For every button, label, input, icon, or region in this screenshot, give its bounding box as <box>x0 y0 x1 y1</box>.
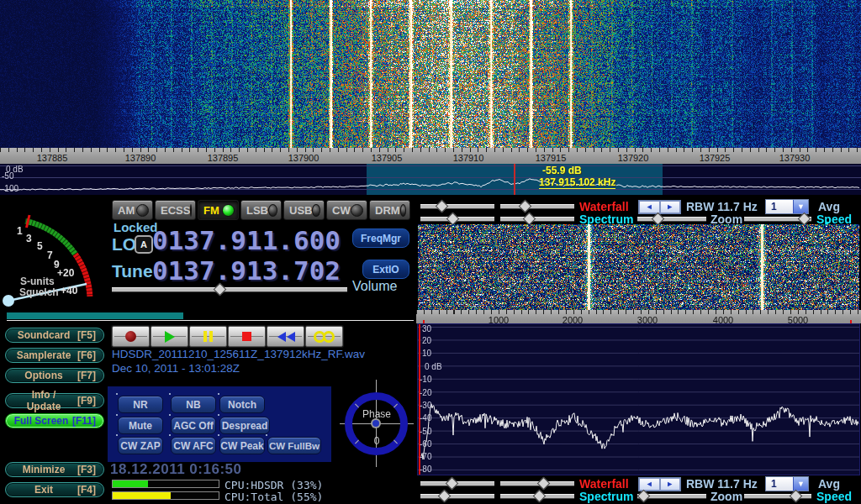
mode-lsb-button[interactable]: LSB <box>240 200 282 220</box>
volume-slider[interactable] <box>112 284 347 295</box>
soundcard-button[interactable]: Soundcard[F5] <box>5 328 104 343</box>
waterfall-lower-level-slider[interactable] <box>500 478 574 489</box>
cursor-frequency-readout: 137.915.102 kHz <box>539 176 615 189</box>
speed-slider[interactable] <box>744 213 811 224</box>
playback-progress[interactable] <box>7 312 414 321</box>
loop-button[interactable] <box>305 326 343 347</box>
wav-file-name: HDSDR_20111210_125611Z_137912kHz_RF.wav <box>112 348 365 360</box>
cw-zap-button[interactable]: CW ZAP <box>118 437 163 454</box>
freq-tick-label: 137930 <box>779 153 811 163</box>
freq-tick-label: 137895 <box>208 153 239 163</box>
notch-button[interactable]: Notch <box>219 396 265 413</box>
af-db-label: -70 <box>420 452 431 461</box>
af-waterfall-display[interactable] <box>418 224 859 310</box>
waterfall-upper-level-slider[interactable] <box>420 201 494 212</box>
lo-auto-badge[interactable]: A <box>135 235 153 254</box>
mode-usb-button[interactable]: USB <box>283 200 325 220</box>
freq-tick-label: 137915 <box>536 153 567 163</box>
spectrum-upper-level-slider[interactable] <box>420 491 494 501</box>
speed-slider[interactable] <box>744 491 811 501</box>
waterfall-scrollbar[interactable]: ◄ ► <box>638 200 681 214</box>
freqmgr-button[interactable]: FreqMgr <box>352 228 409 248</box>
fullscreen-button[interactable]: Full Screen[F11] <box>5 413 104 428</box>
cursor-level-readout: -55.9 dB <box>542 165 582 176</box>
needle-pivot <box>3 295 14 307</box>
cw-peak-button[interactable]: CW Peak <box>219 437 265 454</box>
play-button[interactable] <box>151 326 188 347</box>
mode-cw-button[interactable]: CW <box>326 200 367 220</box>
mode-led <box>268 204 277 217</box>
rf-db-label: -100 <box>2 184 18 193</box>
af-db-label: -50 <box>420 427 431 436</box>
scroll-left-icon[interactable]: ◄ <box>639 478 660 491</box>
avg-dropdown[interactable]: 1 ▼ <box>765 199 809 214</box>
tune-frequency-display[interactable]: 0137.913.702 <box>152 255 341 286</box>
freq-tick-label: 137885 <box>37 153 68 163</box>
s-meter[interactable]: 1 3 5 7 9 +20 +40 S-units Squelch <box>0 212 109 311</box>
freq-tick-label: 137920 <box>618 153 649 163</box>
nr-button[interactable]: NR <box>118 396 163 413</box>
scroll-right-icon[interactable]: ► <box>660 478 681 491</box>
zoom-slider[interactable] <box>637 213 706 224</box>
datetime-display: 18.12.2011 0:16:50 <box>110 461 241 478</box>
playback-progress-fill <box>7 312 183 319</box>
mode-am-button[interactable]: AM <box>112 200 153 220</box>
scroll-left-icon[interactable]: ◄ <box>639 201 660 213</box>
pause-button[interactable] <box>189 326 227 347</box>
spectrum-upper-level-slider[interactable] <box>420 213 494 224</box>
options-button[interactable]: Options[F7] <box>5 368 104 383</box>
phase-indicator: Phase 0 <box>336 378 420 469</box>
speed-label: Speed <box>816 490 852 503</box>
af-db-label: -30 <box>420 401 431 410</box>
af-frequency-ruler[interactable]: 1000 2000 3000 4000 5000 <box>416 310 861 324</box>
volume-slider-thumb[interactable] <box>214 283 227 297</box>
rf-waterfall-display[interactable] <box>0 0 861 148</box>
minimize-button[interactable]: Minimize[F3] <box>5 462 104 477</box>
extio-button[interactable]: ExtIO <box>362 260 409 279</box>
cw-fullbw-button[interactable]: CW FullBw <box>267 437 321 454</box>
mode-ecss-button[interactable]: ECSS <box>155 200 196 220</box>
info-update-button[interactable]: Info / Update[F9] <box>5 393 104 408</box>
tune-cursor-line[interactable] <box>514 164 515 195</box>
samplerate-button[interactable]: Samplerate[F6] <box>5 348 104 363</box>
mode-fm-button[interactable]: FM <box>198 200 239 220</box>
mode-led <box>400 204 406 217</box>
rbw-label: RBW 11.7 Hz <box>686 200 758 213</box>
cw-afc-button[interactable]: CW AFC <box>171 437 216 454</box>
mode-led <box>222 204 235 217</box>
s-meter-scale-label: 5 <box>37 240 43 252</box>
wav-file-date: Dec 10, 2011 - 13:01:28Z <box>112 362 240 375</box>
nb-button[interactable]: NB <box>171 396 216 413</box>
rewind-button[interactable] <box>267 326 304 347</box>
waterfall-upper-level-slider[interactable] <box>420 478 494 489</box>
spectrum-lower-level-slider[interactable] <box>500 213 574 224</box>
despread-button[interactable]: Despread <box>219 417 270 434</box>
locked-label: Locked <box>114 220 158 234</box>
exit-button[interactable]: Exit[F4] <box>5 482 104 497</box>
af-db-label: -80 <box>420 465 431 474</box>
lo-frequency-display[interactable]: 0137.911.600 <box>152 225 341 255</box>
waterfall-scrollbar[interactable]: ◄ ► <box>638 477 681 491</box>
squelch-threshold-mark <box>27 215 30 228</box>
agc-button[interactable]: AGC Off <box>171 417 216 434</box>
zoom-slider[interactable] <box>637 491 706 501</box>
dropdown-arrow-icon[interactable]: ▼ <box>793 200 808 213</box>
waterfall-lower-level-slider[interactable] <box>500 201 574 212</box>
volume-label: Volume <box>352 279 397 294</box>
rf-frequency-ruler[interactable]: 137885 137890 137895 137900 137905 13791… <box>0 148 861 165</box>
cpu-total-label: CPU:Total (55%) <box>224 491 323 503</box>
af-spectrum-display[interactable]: 30 20 10 0 dB -10 -20 -30 -40 -50 -60 -7… <box>417 323 860 475</box>
af-db-label: -10 <box>420 375 431 384</box>
rf-spectrum-display[interactable]: 0 dB -50 -100 -55.9 dB 137.915.102 kHz <box>0 164 861 195</box>
waterfall-label: Waterfall <box>579 477 629 491</box>
mute-button[interactable]: Mute <box>118 417 163 434</box>
stop-button[interactable] <box>228 326 266 347</box>
spectrum-lower-level-slider[interactable] <box>500 491 574 501</box>
avg-dropdown[interactable]: 1 ▼ <box>765 476 809 491</box>
cpu-hdsdr-label: CPU:HDSDR (33%) <box>224 479 323 491</box>
mode-drm-button[interactable]: DRM <box>369 200 410 220</box>
record-button[interactable] <box>112 326 150 347</box>
scroll-right-icon[interactable]: ► <box>660 201 681 213</box>
ruler-ticks <box>0 148 861 152</box>
hdsdr-main-window: 137885 137890 137895 137900 137905 13791… <box>0 0 861 504</box>
